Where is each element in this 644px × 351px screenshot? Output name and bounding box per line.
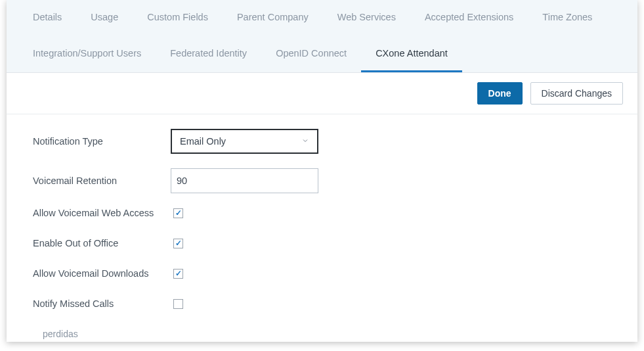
discard-changes-button[interactable]: Discard Changes — [530, 82, 623, 105]
enable-out-of-office-checkbox[interactable] — [173, 239, 183, 248]
tab-time-zones[interactable]: Time Zones — [528, 0, 607, 36]
notification-type-label: Notification Type — [33, 136, 171, 147]
tab-custom-fields[interactable]: Custom Fields — [133, 0, 223, 36]
cutoff-text: perdidas — [43, 329, 611, 339]
tab-integration-support-users[interactable]: Integration/Support Users — [18, 36, 156, 72]
allow-web-access-checkbox[interactable] — [173, 208, 183, 218]
enable-out-of-office-label: Enable Out of Office — [33, 238, 171, 248]
tabs-nav: Details Usage Custom Fields Parent Compa… — [7, 0, 637, 73]
tab-federated-identity[interactable]: Federated Identity — [156, 36, 261, 72]
voicemail-retention-input[interactable] — [171, 168, 318, 193]
allow-web-access-label: Allow Voicemail Web Access — [33, 208, 171, 218]
notify-missed-calls-label: Notify Missed Calls — [33, 298, 171, 309]
form-body: Notification Type Email Only Voicemail R… — [7, 114, 637, 351]
notification-type-value: Email Only — [180, 136, 226, 147]
tab-openid-connect[interactable]: OpenID Connect — [261, 36, 361, 72]
notification-type-select[interactable]: Email Only — [171, 129, 318, 154]
tab-web-services[interactable]: Web Services — [323, 0, 410, 36]
tab-parent-company[interactable]: Parent Company — [223, 0, 323, 36]
chevron-down-icon — [301, 136, 309, 147]
tab-details[interactable]: Details — [18, 0, 76, 36]
tab-usage[interactable]: Usage — [76, 0, 133, 36]
done-button[interactable]: Done — [477, 82, 523, 105]
action-bar: Done Discard Changes — [7, 73, 637, 114]
voicemail-retention-label: Voicemail Retention — [33, 176, 171, 186]
allow-downloads-label: Allow Voicemail Downloads — [33, 268, 171, 279]
allow-downloads-checkbox[interactable] — [173, 269, 183, 279]
tab-accepted-extensions[interactable]: Accepted Extensions — [410, 0, 528, 36]
notify-missed-calls-checkbox[interactable] — [173, 299, 183, 309]
tab-cxone-attendant[interactable]: CXone Attendant — [361, 36, 462, 72]
